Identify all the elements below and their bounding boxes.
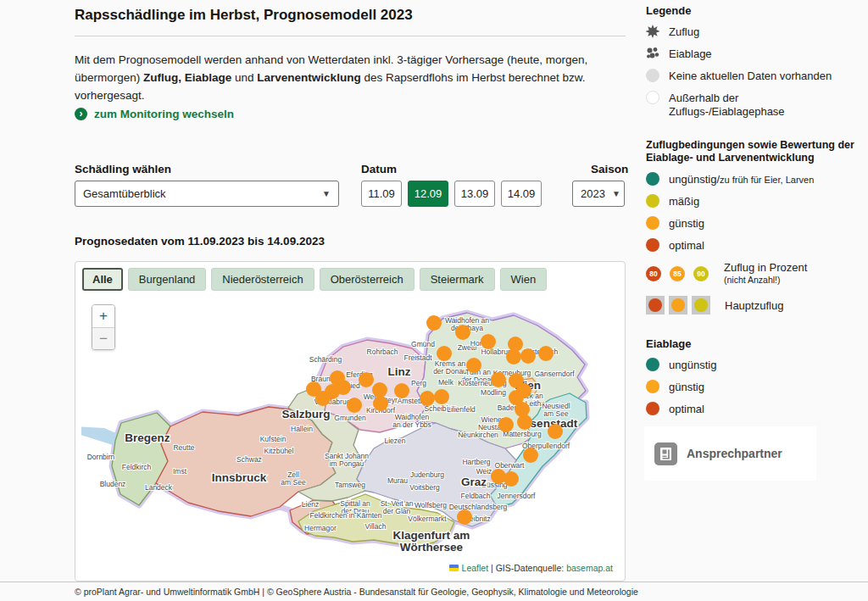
map-marker[interactable]: [466, 358, 481, 373]
legend-item-label: Außerhalb der Zuflugs-/Eiablagephase: [669, 91, 785, 119]
pest-select[interactable]: Gesamtüberblick ▼: [75, 181, 339, 207]
map-marker[interactable]: [420, 391, 435, 406]
map-city-label: Gmünd: [411, 340, 435, 348]
region-tab-burgenland[interactable]: Burgenland: [128, 268, 207, 291]
region-tab-wien[interactable]: Wien: [500, 268, 548, 291]
condition-circle-icon: [646, 238, 659, 252]
season-select-label: Saison: [591, 163, 628, 175]
map-city-label: Melk: [438, 378, 454, 387]
eiablage-label: optimal: [669, 402, 704, 416]
map-marker[interactable]: [491, 372, 506, 387]
map-marker[interactable]: [359, 372, 374, 387]
zoom-out-button[interactable]: −: [92, 327, 114, 349]
map-marker[interactable]: [504, 471, 519, 487]
eiablage-circle-icon: [646, 402, 659, 415]
season-select[interactable]: 2023 ▼: [572, 181, 625, 207]
map-marker[interactable]: [506, 349, 521, 364]
map-city-label: Mödling: [481, 388, 506, 397]
map-marker[interactable]: [523, 448, 538, 463]
hauptzuflug-swatches: [646, 296, 710, 314]
percent-circle-80: 80: [646, 266, 661, 281]
footer-divider: [0, 582, 868, 582]
date-button-14.09[interactable]: 14.09: [501, 181, 542, 207]
region-tab-steiermark[interactable]: Steiermark: [420, 268, 495, 291]
eiablage-label: günstig: [669, 380, 704, 394]
date-button-13.09[interactable]: 13.09: [454, 181, 495, 207]
attribution-text: | GIS-Datenquelle:: [488, 563, 566, 573]
monitoring-link[interactable]: › zum Monitoring wechseln: [75, 108, 234, 120]
basemap-link[interactable]: basemap.at: [566, 563, 613, 573]
map-city-label: Waidhofenan der Ybbs: [392, 413, 431, 429]
map-zoom-control: + −: [92, 304, 115, 350]
monitoring-link-label: zum Monitoring wechseln: [94, 108, 234, 120]
map-marker[interactable]: [437, 346, 452, 361]
map-city-label: Judenburg: [410, 470, 444, 479]
map-city-label: Linz: [388, 365, 411, 378]
map-marker[interactable]: [394, 383, 409, 398]
legend-item-label: Zuflug: [669, 25, 699, 39]
region-tab-alle[interactable]: Alle: [82, 268, 123, 291]
condition-legend-item: optimal: [646, 238, 861, 253]
map-marker[interactable]: [498, 417, 514, 432]
map-marker[interactable]: [426, 315, 442, 331]
map-marker[interactable]: [455, 325, 470, 340]
percent-circle-85: 85: [670, 266, 685, 281]
map-marker[interactable]: [372, 382, 387, 398]
map-city-label: Voitsberg: [409, 483, 440, 492]
eiablage-label: ungünstig: [669, 358, 716, 372]
map-marker[interactable]: [548, 424, 563, 439]
map-city-label: Villach: [365, 522, 387, 531]
percent-sublabel: (nicht Anzahl!): [724, 275, 781, 285]
map-marker[interactable]: [373, 396, 388, 411]
footer-copyright: © proPlant Agrar- und Umweltinformatik G…: [75, 587, 638, 597]
hauptzuflug-row: Hauptzuflug: [646, 296, 861, 314]
map-city-label: Kufstein: [260, 435, 287, 443]
map-city-label: Sankt Johannim Pongau: [325, 452, 369, 468]
eiablage-circle-icon: [646, 358, 659, 371]
map-card: AlleBurgenlandNiederösterreichOberösterr…: [75, 261, 626, 582]
date-button-11.09[interactable]: 11.09: [361, 181, 402, 207]
legend-circle-icon: [646, 91, 659, 104]
eiablage-legend-item: günstig: [646, 380, 861, 394]
map-marker[interactable]: [347, 398, 362, 413]
condition-legend-item: günstig: [646, 216, 861, 231]
map-marker[interactable]: [517, 415, 532, 430]
map-city-label: Innsbruck: [212, 471, 267, 484]
zoom-in-button[interactable]: +: [92, 305, 114, 327]
chevron-down-icon: ▼: [322, 189, 331, 198]
region-tab-niederösterreich[interactable]: Niederösterreich: [211, 268, 314, 291]
map-marker[interactable]: [491, 469, 506, 484]
map-city-label: Völkermarkt: [408, 515, 447, 523]
map-marker[interactable]: [515, 402, 530, 417]
map-city-label: Schärding: [309, 355, 342, 364]
map-marker[interactable]: [520, 348, 536, 364]
map-marker[interactable]: [481, 334, 496, 349]
map-city-label: Perg: [411, 379, 426, 387]
map-city-label: Lienz: [302, 500, 319, 509]
region-tab-oberösterreich[interactable]: Oberösterreich: [320, 268, 415, 291]
austria-map[interactable]: BregenzDornbirnFeldkirchBludenzReutteIms…: [81, 298, 619, 576]
eiablage-legend-title: Eiablage: [646, 337, 861, 350]
percent-legend-row: 808590 Zuflug in Prozent (nicht Anzahl!): [646, 262, 861, 286]
map-marker[interactable]: [336, 380, 351, 395]
map-attribution: Leaflet | GIS-Datenquelle: basemap.at: [445, 562, 617, 574]
legend-item: Eiablage: [646, 47, 861, 61]
date-button-group: 11.0912.0913.0914.09: [361, 181, 542, 207]
map-city-label: Freistadt: [403, 353, 432, 362]
map-marker[interactable]: [457, 509, 472, 525]
map-city-label: St. Veit ander Glan: [381, 499, 414, 515]
legend-item: Zuflug: [646, 25, 861, 39]
map-city-label: Bludenz: [100, 480, 126, 488]
leaflet-link[interactable]: Leaflet: [462, 563, 489, 573]
forecast-heading: Prognosedaten vom 11.09.2023 bis 14.09.2…: [75, 235, 325, 248]
contact-card[interactable]: Ansprechpartner: [644, 426, 816, 481]
map-marker[interactable]: [538, 346, 554, 361]
map-city-label: Schwaz: [236, 455, 262, 464]
map-city-label: Hartberg: [462, 458, 490, 466]
map-city-label: Gmunden: [334, 414, 366, 422]
map-marker[interactable]: [434, 389, 449, 404]
map-city-label: Hermagor: [304, 524, 337, 532]
date-button-12.09[interactable]: 12.09: [408, 181, 448, 207]
map-city-label: Krems ander Donau: [433, 359, 467, 376]
map-city-label: Wolfsberg: [415, 501, 447, 509]
